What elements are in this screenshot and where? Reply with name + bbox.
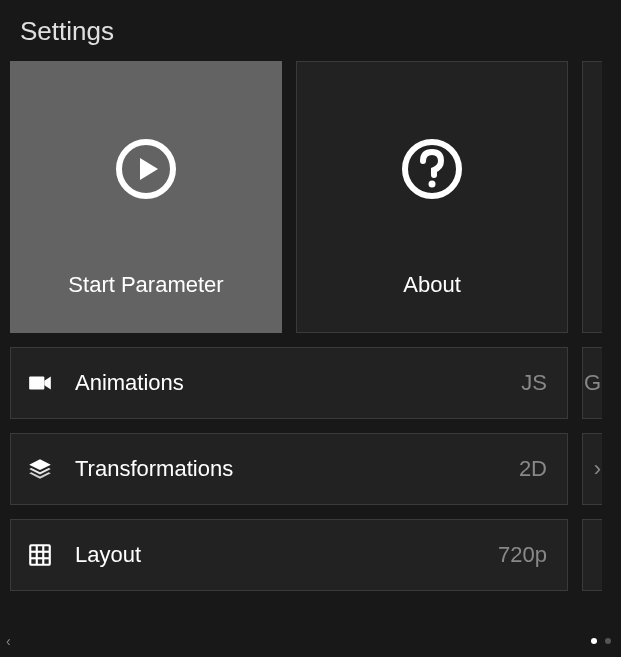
row-layout-wrap: Layout 720p [10, 519, 611, 591]
page-dot-2[interactable] [605, 638, 611, 644]
card-label: About [403, 272, 461, 298]
row-transformations[interactable]: Transformations 2D [10, 433, 568, 505]
card-label: Start Parameter [68, 272, 223, 298]
row-transformations-wrap: Transformations 2D › [10, 433, 611, 505]
row-peek[interactable] [582, 519, 602, 591]
svg-marker-5 [44, 377, 51, 390]
card-peek-next[interactable] [582, 61, 602, 333]
row-label: Animations [75, 370, 521, 396]
grid-icon [25, 540, 55, 570]
row-value: 2D [519, 456, 547, 482]
layers-icon [25, 454, 55, 484]
row-peek[interactable]: G [582, 347, 602, 419]
row-animations-wrap: Animations JS G [10, 347, 611, 419]
row-label: Transformations [75, 456, 519, 482]
card-start-parameter[interactable]: Start Parameter [10, 61, 282, 333]
play-circle-icon [114, 137, 178, 201]
card-about[interactable]: About [296, 61, 568, 333]
card-row: Start Parameter About [10, 61, 611, 333]
row-value: JS [521, 370, 547, 396]
settings-header: Settings [0, 0, 621, 61]
row-value: 720p [498, 542, 547, 568]
help-circle-icon [400, 137, 464, 201]
svg-rect-9 [30, 545, 50, 565]
svg-point-3 [429, 181, 436, 188]
chevron-right-icon: › [594, 456, 601, 482]
peek-text: G [584, 370, 601, 396]
page-dot-1[interactable] [591, 638, 597, 644]
camera-icon [25, 368, 55, 398]
page-title: Settings [20, 16, 601, 47]
row-layout[interactable]: Layout 720p [10, 519, 568, 591]
row-peek[interactable]: › [582, 433, 602, 505]
row-label: Layout [75, 542, 498, 568]
settings-content: Start Parameter About Animations [0, 61, 621, 591]
footer: ‹ [0, 631, 621, 651]
page-dots [591, 638, 611, 644]
svg-marker-1 [140, 158, 158, 180]
row-animations[interactable]: Animations JS [10, 347, 568, 419]
back-arrow-icon[interactable]: ‹ [6, 633, 11, 649]
svg-rect-4 [29, 377, 44, 390]
